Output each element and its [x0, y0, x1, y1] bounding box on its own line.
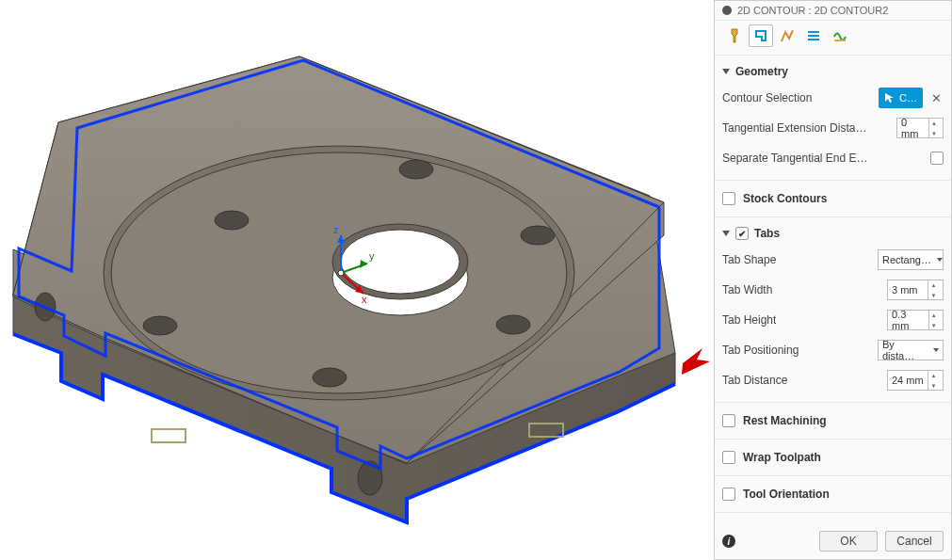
tab-width-input[interactable]: 3 mm ▲▼	[887, 280, 944, 300]
svg-point-12	[496, 315, 530, 334]
cursor-icon	[884, 92, 896, 104]
section-geometry-header[interactable]: Geometry	[722, 65, 944, 78]
svg-point-14	[143, 316, 177, 335]
operation-panel: 2D CONTOUR : 2D CONTOUR2 Geometry Contou…	[714, 0, 952, 560]
svg-point-13	[313, 368, 347, 387]
svg-text:y: y	[369, 250, 375, 262]
svg-point-8	[341, 230, 460, 294]
svg-text:z: z	[333, 224, 339, 235]
svg-text:x: x	[362, 294, 367, 305]
wrap-toolpath-checkbox[interactable]	[722, 451, 735, 464]
row-contour-selection: Contour Selection C… ✕	[722, 88, 944, 108]
ok-button[interactable]: OK	[819, 531, 878, 552]
separate-tangential-checkbox[interactable]	[930, 152, 944, 165]
tool-orientation-checkbox[interactable]	[722, 488, 735, 501]
row-tab-height: Tab Height 0.3 mm ▲▼	[722, 310, 944, 330]
row-tab-positioning: Tab Positioning By dista…	[722, 340, 944, 360]
tab-height-input[interactable]: 0.3 mm ▲▼	[887, 310, 944, 330]
panel-title: 2D CONTOUR : 2D CONTOUR2	[737, 5, 888, 16]
tab-linking[interactable]	[828, 24, 852, 47]
tab-distance-input[interactable]: 24 mm ▲▼	[887, 370, 944, 391]
row-tab-width: Tab Width 3 mm ▲▼	[722, 280, 944, 300]
svg-marker-33	[885, 93, 894, 103]
tab-passes[interactable]	[801, 24, 826, 47]
section-rest-machining[interactable]: Rest Machining	[715, 403, 951, 440]
tabs-enable-checkbox[interactable]	[735, 227, 749, 240]
tab-positioning-select[interactable]: By dista…	[878, 340, 944, 360]
panel-titlebar: 2D CONTOUR : 2D CONTOUR2	[715, 1, 951, 21]
stock-contours-checkbox[interactable]	[722, 192, 735, 205]
section-tabs-header[interactable]: Tabs	[722, 227, 944, 240]
contour-selection-chip[interactable]: C…	[879, 88, 923, 108]
svg-rect-31	[808, 35, 819, 37]
panel-footer: i OK Cancel	[715, 523, 951, 559]
row-separate-tangential: Separate Tangential End Ext…	[722, 148, 944, 168]
svg-rect-32	[808, 39, 819, 40]
viewport-3d[interactable]: z x y	[0, 0, 714, 560]
cancel-button[interactable]: Cancel	[885, 531, 944, 552]
row-tab-shape: Tab Shape Rectang…	[722, 249, 944, 270]
svg-marker-17	[682, 348, 710, 375]
clear-selection-button[interactable]: ✕	[928, 91, 944, 105]
svg-rect-30	[808, 31, 819, 33]
section-geometry: Geometry Contour Selection C… ✕ Tangenti…	[715, 56, 951, 181]
svg-point-11	[521, 226, 555, 245]
panel-tabs-row	[715, 21, 951, 56]
disclose-icon	[722, 231, 730, 236]
svg-rect-18	[152, 429, 186, 442]
section-wrap-toolpath[interactable]: Wrap Toolpath	[715, 440, 951, 476]
svg-point-10	[399, 160, 433, 179]
section-tool-orientation[interactable]: Tool Orientation	[715, 476, 951, 513]
disclose-icon	[722, 69, 730, 74]
row-tab-distance: Tab Distance 24 mm ▲▼	[722, 370, 944, 391]
tab-shape-select[interactable]: Rectang…	[878, 249, 944, 270]
tab-tool[interactable]	[722, 24, 747, 47]
section-stock-contours[interactable]: Stock Contours	[715, 181, 951, 217]
svg-point-9	[215, 211, 249, 230]
section-tabs: Tabs Tab Shape Rectang… Tab Width 3 mm ▲…	[715, 217, 951, 403]
collapse-pin-icon[interactable]	[722, 6, 732, 15]
info-icon[interactable]: i	[722, 535, 735, 548]
tangential-ext-input[interactable]: 0 mm ▲▼	[896, 118, 944, 138]
svg-point-16	[358, 461, 382, 495]
tab-heights[interactable]	[775, 24, 799, 47]
rest-machining-checkbox[interactable]	[722, 414, 735, 427]
svg-point-29	[338, 270, 344, 276]
row-tangential-ext: Tangential Extension Distance 0 mm ▲▼	[722, 118, 944, 138]
tab-geometry[interactable]	[749, 24, 773, 47]
